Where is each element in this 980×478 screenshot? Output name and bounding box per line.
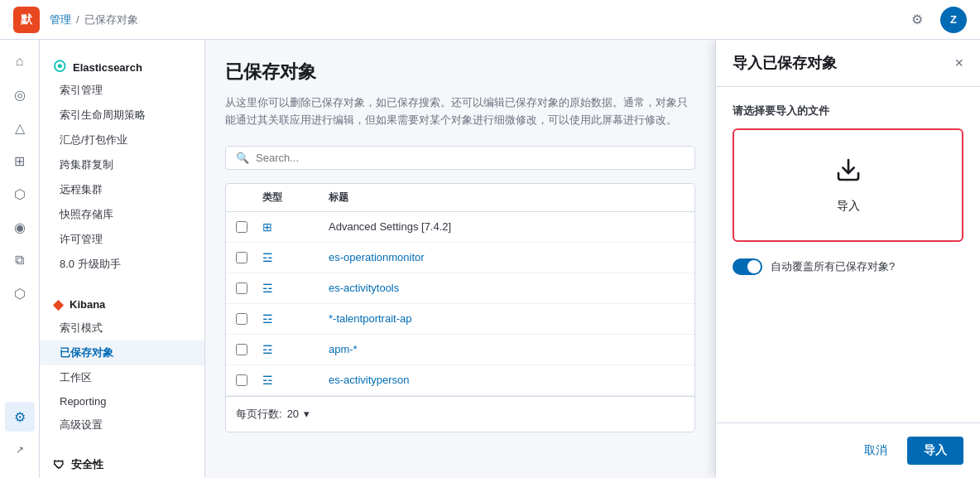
nav-index-patterns[interactable]: 索引模式 <box>40 316 204 340</box>
row-title-0: Advanced Settings [7.4.2] <box>329 220 685 233</box>
type-icon-2: ☲ <box>262 282 329 295</box>
sidebar-graph-icon[interactable]: ⬡ <box>5 278 35 308</box>
page-title: 已保存对象 <box>225 60 695 84</box>
row-title-5[interactable]: es-activityperson <box>329 374 685 386</box>
row-checkbox-1[interactable] <box>236 252 247 263</box>
auto-overwrite-toggle[interactable] <box>733 258 762 275</box>
nav-advanced-settings[interactable]: 高级设置 <box>40 413 204 437</box>
page-description: 从这里你可以删除已保存对象，如已保存搜索。还可以编辑已保存对象的原始数据。通常，… <box>225 94 695 129</box>
breadcrumb-sep: / <box>76 13 79 26</box>
table-footer: 每页行数: 20 ▾ <box>226 396 694 432</box>
toggle-row: 自动覆盖所有已保存对象? <box>733 258 963 275</box>
type-icon-5: ☲ <box>262 374 329 387</box>
table-row: ☲ apm-* <box>226 335 694 365</box>
table-row: ☲ es-activityperson <box>226 365 694 396</box>
topbar: 默 管理 / 已保存对象 ⚙ Z <box>0 0 980 40</box>
nav-license[interactable]: 许可管理 <box>40 227 204 252</box>
title-header: 标题 <box>329 191 685 205</box>
nav-ilm[interactable]: 索引生命周期策略 <box>40 103 204 128</box>
panel-title: 导入已保存对象 <box>733 53 837 73</box>
search-icon: 🔍 <box>236 152 249 164</box>
row-checkbox-3[interactable] <box>236 313 247 325</box>
breadcrumb-current: 已保存对象 <box>84 12 138 27</box>
sidebar-ml-icon[interactable]: ⧉ <box>5 245 35 275</box>
elasticsearch-section-title: ⦿ Elasticsearch <box>40 53 204 78</box>
saved-objects-table: 类型 标题 ⊞ Advanced Settings [7.4.2] ☲ es-o… <box>225 183 695 432</box>
icon-sidebar: ⌂ ◎ △ ⊞ ⬡ ◉ ⧉ ⬡ ⚙ ↗ <box>0 40 40 478</box>
nav-ccr[interactable]: 跨集群复制 <box>40 152 204 177</box>
sidebar-expand-icon[interactable]: ↗ <box>5 435 35 465</box>
settings-icon-btn[interactable]: ⚙ <box>904 7 930 33</box>
sidebar-maps-icon[interactable]: ◉ <box>5 212 35 242</box>
type-icon-1: ☲ <box>262 251 329 264</box>
nav-remote-clusters[interactable]: 远程集群 <box>40 177 204 202</box>
breadcrumb: 管理 / 已保存对象 <box>50 12 138 27</box>
table-header: 类型 标题 <box>226 184 694 212</box>
rows-per-page-value: 20 <box>287 408 299 420</box>
panel-footer: 取消 导入 <box>716 422 980 478</box>
right-panel: 导入已保存对象 × 请选择要导入的文件 导入 自动覆盖所有已保存对象? <box>715 40 980 478</box>
panel-close-button[interactable]: × <box>954 55 963 72</box>
rows-per-page-chevron[interactable]: ▾ <box>304 408 310 420</box>
sidebar-management-icon[interactable]: ⚙ <box>5 402 35 432</box>
kibana-section-title: ◆ Kibana <box>40 290 204 316</box>
row-checkbox-5[interactable] <box>236 374 247 386</box>
file-section-label: 请选择要导入的文件 <box>733 104 963 118</box>
nav-saved-objects[interactable]: 已保存对象 <box>40 340 204 365</box>
sidebar-visualize-icon[interactable]: △ <box>5 113 35 142</box>
row-checkbox-4[interactable] <box>236 344 247 355</box>
nav-divider-1 <box>40 277 204 290</box>
table-row: ⊞ Advanced Settings [7.4.2] <box>226 212 694 243</box>
security-section-title: 🛡 安全性 <box>40 451 204 476</box>
toggle-label: 自动覆盖所有已保存对象? <box>771 259 895 274</box>
cancel-button[interactable]: 取消 <box>854 438 897 463</box>
nav-index-management[interactable]: 索引管理 <box>40 78 204 103</box>
main-layout: ⌂ ◎ △ ⊞ ⬡ ◉ ⧉ ⬡ ⚙ ↗ ⦿ Elasticsearch 索引管理… <box>0 40 980 478</box>
nav-reporting[interactable]: Reporting <box>40 390 204 413</box>
nav-workspaces[interactable]: 工作区 <box>40 365 204 390</box>
row-checkbox-2[interactable] <box>236 282 247 294</box>
upload-label: 导入 <box>837 199 860 214</box>
sidebar-canvas-icon[interactable]: ⬡ <box>5 179 35 209</box>
row-title-2[interactable]: es-activitytools <box>329 282 685 294</box>
sidebar-dashboard-icon[interactable]: ⊞ <box>5 146 35 176</box>
sidebar-discover-icon[interactable]: ◎ <box>5 80 35 109</box>
row-title-1[interactable]: es-operationmonitor <box>329 251 685 263</box>
type-icon-4: ☲ <box>262 343 329 356</box>
security-icon: 🛡 <box>53 458 65 471</box>
row-title-4[interactable]: apm-* <box>329 343 685 355</box>
type-icon-3: ☲ <box>262 312 329 326</box>
nav-rollup[interactable]: 汇总/打包作业 <box>40 128 204 152</box>
search-bar: 🔍 <box>225 146 695 170</box>
upload-area[interactable]: 导入 <box>733 128 963 242</box>
type-header: 类型 <box>262 191 329 205</box>
sidebar-home-icon[interactable]: ⌂ <box>5 46 35 76</box>
table-row: ☲ es-operationmonitor <box>226 243 694 273</box>
nav-divider-2 <box>40 437 204 451</box>
table-row: ☲ es-activitytools <box>226 273 694 304</box>
kibana-icon: ◆ <box>53 297 63 312</box>
left-nav: ⦿ Elasticsearch 索引管理 索引生命周期策略 汇总/打包作业 跨集… <box>40 40 205 478</box>
panel-header: 导入已保存对象 × <box>716 40 980 87</box>
nav-snapshot[interactable]: 快照存储库 <box>40 202 204 227</box>
elasticsearch-icon: ⦿ <box>53 60 66 75</box>
panel-body: 请选择要导入的文件 导入 自动覆盖所有已保存对象? <box>716 87 980 422</box>
sidebar-bottom: ⚙ ↗ <box>5 402 35 471</box>
nav-upgrade[interactable]: 8.0 升级助手 <box>40 252 204 277</box>
table-row: ☲ *-talentportrait-ap <box>226 304 694 335</box>
search-input[interactable] <box>256 152 685 164</box>
main-content: 已保存对象 从这里你可以删除已保存对象，如已保存搜索。还可以编辑已保存对象的原始… <box>205 40 715 478</box>
app-logo: 默 <box>13 7 40 33</box>
row-title-3[interactable]: *-talentportrait-ap <box>329 312 685 325</box>
user-avatar[interactable]: Z <box>940 7 967 33</box>
rows-per-page-label: 每页行数: <box>236 407 282 422</box>
type-icon-0: ⊞ <box>262 220 329 234</box>
row-checkbox-0[interactable] <box>236 221 247 233</box>
upload-icon <box>835 157 862 189</box>
breadcrumb-parent[interactable]: 管理 <box>50 12 71 27</box>
import-button[interactable]: 导入 <box>907 437 963 465</box>
topbar-right: ⚙ Z <box>904 7 967 33</box>
